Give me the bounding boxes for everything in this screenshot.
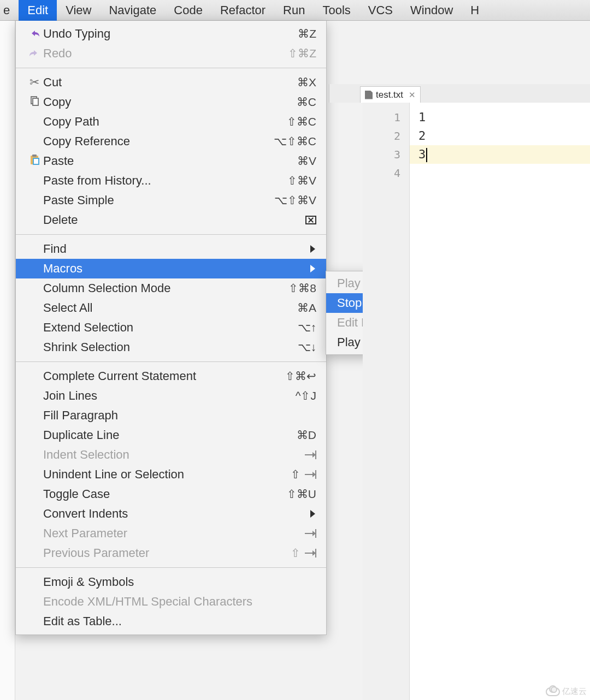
menu-label: Delete (43, 213, 305, 227)
menubar-item-window[interactable]: Window (402, 0, 462, 21)
line-number: 2 (363, 127, 409, 145)
menu-label: Paste Simple (43, 193, 274, 207)
menu-label: Column Selection Mode (43, 281, 288, 295)
menubar-item-vcs[interactable]: VCS (359, 0, 402, 21)
menu-unindent-line[interactable]: Unindent Line or Selection ⇧ (16, 465, 326, 484)
menu-find[interactable]: Find (16, 239, 326, 259)
menu-shortcut: ⇧⌘Z (288, 47, 316, 60)
menu-shortcut: ⇧ (291, 468, 316, 481)
menu-join-lines[interactable]: Join Lines ^⇧J (16, 386, 326, 406)
menu-previous-parameter: Previous Parameter ⇧ (16, 543, 326, 563)
menu-label: Select All (43, 301, 297, 315)
menu-select-all[interactable]: Select All ⌘A (16, 298, 326, 318)
undo-icon (29, 27, 40, 41)
menu-convert-indents[interactable]: Convert Indents (16, 504, 326, 524)
menu-shortcut: ⇧⌘8 (288, 282, 316, 295)
menu-duplicate-line[interactable]: Duplicate Line ⌘D (16, 425, 326, 445)
menu-label: Copy Path (43, 115, 287, 129)
left-panel-sliver (0, 21, 15, 700)
menu-shortcut: ^⇧J (296, 389, 316, 402)
menu-shortcut: ⌥↓ (298, 341, 317, 354)
menu-label: Undo Typing (43, 27, 298, 41)
menu-shortcut (305, 529, 316, 538)
editor-tab[interactable]: test.txt ✕ (360, 86, 421, 103)
menu-copy-reference[interactable]: Copy Reference ⌥⇧⌘C (16, 132, 326, 151)
editor-line: 1 (410, 108, 590, 127)
menubar-item-run[interactable]: Run (274, 0, 314, 21)
menu-shrink-selection[interactable]: Shrink Selection ⌥↓ (16, 337, 326, 357)
menu-emoji-symbols[interactable]: Emoji & Symbols (16, 572, 326, 592)
menu-paste[interactable]: Paste ⌘V (16, 151, 326, 171)
menu-shortcut: ⌥↑ (298, 321, 317, 334)
copy-icon (30, 95, 39, 109)
watermark-text: 亿速云 (562, 686, 587, 697)
menu-label: Emoji & Symbols (43, 575, 316, 589)
close-tab-icon[interactable]: ✕ (409, 90, 416, 100)
menu-fill-paragraph[interactable]: Fill Paragraph (16, 406, 326, 425)
line-number: 3 (363, 145, 409, 164)
tab-filename: test.txt (376, 90, 403, 100)
menu-shortcut (305, 216, 316, 224)
menu-shortcut: ⌘V (297, 155, 316, 168)
menu-paste-from-history[interactable]: Paste from History... ⇧⌘V (16, 171, 326, 191)
menu-label: Indent Selection (43, 448, 305, 462)
menubar-item-edit[interactable]: Edit (19, 0, 57, 21)
menu-column-selection-mode[interactable]: Column Selection Mode ⇧⌘8 (16, 278, 326, 298)
menu-label: Paste from History... (43, 174, 287, 188)
menubar-item-help-partial[interactable]: H (462, 0, 488, 21)
svg-rect-4 (33, 158, 39, 164)
menu-label: Convert Indents (43, 507, 306, 521)
editor-line-current: 3 (410, 145, 590, 164)
menu-shortcut: ⇧⌘U (287, 488, 316, 501)
menubar-item-refactor[interactable]: Refactor (211, 0, 274, 21)
menu-shortcut: ⌥⇧⌘V (274, 194, 316, 207)
menu-extend-selection[interactable]: Extend Selection ⌥↑ (16, 318, 326, 337)
menubar-item-view[interactable]: View (57, 0, 100, 21)
menu-edit-as-table[interactable]: Edit as Table... (16, 612, 326, 631)
cloud-icon (546, 687, 560, 696)
indent-right-icon (305, 474, 315, 475)
indent-right-icon (305, 533, 315, 534)
redo-icon (29, 46, 40, 61)
menu-shortcut: ⌘Z (298, 27, 316, 40)
menu-shortcut: ⌘A (297, 301, 316, 315)
menu-cut[interactable]: ✂ Cut ⌘X (16, 73, 326, 92)
menu-delete[interactable]: Delete (16, 210, 326, 230)
menu-copy-path[interactable]: Copy Path ⇧⌘C (16, 112, 326, 132)
menu-shortcut (305, 450, 316, 459)
separator (16, 68, 326, 68)
menu-label: Extend Selection (43, 321, 298, 335)
menu-undo-typing[interactable]: Undo Typing ⌘Z (16, 24, 326, 44)
menu-label: Cut (43, 75, 297, 90)
separator (16, 567, 326, 568)
menu-toggle-case[interactable]: Toggle Case ⇧⌘U (16, 484, 326, 504)
watermark: 亿速云 (546, 686, 587, 697)
menu-shortcut: ⌥⇧⌘C (274, 135, 316, 148)
menu-shortcut: ⇧⌘V (287, 174, 316, 187)
delete-key-icon (305, 216, 316, 224)
indent-right-icon (305, 454, 315, 455)
editor-tab-strip: test.txt ✕ (329, 84, 590, 103)
separator (16, 234, 326, 235)
editor-area[interactable]: 1 2 3 (410, 103, 590, 700)
separator (16, 361, 326, 362)
menu-copy[interactable]: Copy ⌘C (16, 92, 326, 112)
menubar-item-partial[interactable]: e (0, 0, 19, 21)
menu-macros[interactable]: Macros (16, 259, 326, 278)
menu-label: Fill Paragraph (43, 408, 316, 423)
menubar-item-navigate[interactable]: Navigate (100, 0, 165, 21)
menu-shortcut: ⌘D (297, 429, 316, 442)
menu-label: Redo (43, 46, 288, 61)
text-file-icon (365, 91, 373, 99)
menubar-item-code[interactable]: Code (165, 0, 211, 21)
menu-paste-simple[interactable]: Paste Simple ⌥⇧⌘V (16, 191, 326, 210)
menu-label: Find (43, 242, 306, 256)
menu-label: Duplicate Line (43, 428, 297, 442)
edit-dropdown: Undo Typing ⌘Z Redo ⇧⌘Z ✂ Cut ⌘X Copy ⌘C… (15, 21, 327, 635)
menu-complete-current-statement[interactable]: Complete Current Statement ⇧⌘↩ (16, 366, 326, 386)
indent-right-icon (305, 553, 315, 554)
menubar-item-tools[interactable]: Tools (314, 0, 359, 21)
menu-shortcut: ⇧⌘↩ (285, 370, 316, 383)
line-number: 4 (363, 164, 409, 182)
menu-shortcut: ⇧⌘C (287, 115, 316, 128)
